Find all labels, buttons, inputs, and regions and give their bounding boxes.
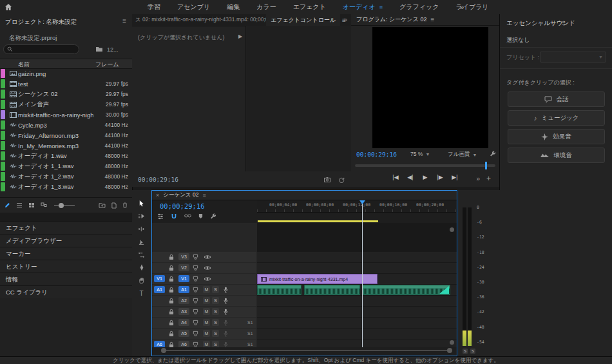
eye-icon[interactable] [204, 254, 211, 260]
lock-icon[interactable] [169, 265, 174, 271]
selection-tool[interactable] [136, 199, 148, 207]
vertical-scrollbar-top-handle[interactable] [450, 227, 454, 232]
solo-button[interactable]: S [212, 308, 219, 315]
workspace-tab-3[interactable]: 編集 [218, 0, 248, 14]
scrollbar-right-handle[interactable] [447, 348, 452, 353]
lock-icon[interactable] [169, 254, 174, 260]
project-item-row[interactable]: In_My_Memories.mp344100 Hz [0, 140, 132, 151]
source-patch-badge[interactable] [154, 297, 165, 304]
export-frame-icon[interactable] [324, 177, 330, 183]
sync-lock-icon[interactable] [193, 320, 198, 325]
mute-button[interactable]: M [203, 341, 210, 347]
list-view-icon[interactable] [16, 202, 23, 208]
mute-button[interactable]: M [203, 286, 210, 293]
lock-icon[interactable] [169, 341, 174, 347]
mic-icon[interactable] [224, 309, 228, 315]
new-bin-icon[interactable] [99, 202, 106, 209]
scrollbar-left-handle[interactable] [161, 348, 166, 353]
track-name-badge[interactable]: A4 [178, 319, 189, 326]
project-item-row[interactable]: オーディオ 1_3.wav48000 Hz [0, 182, 132, 192]
mic-icon[interactable] [224, 287, 228, 293]
ambience-button[interactable]: 環境音 [508, 148, 605, 163]
tab-effects[interactable]: エフェクト [0, 222, 132, 235]
mute-button[interactable]: M [203, 319, 210, 326]
workspace-tab-1[interactable]: 学習 [139, 0, 169, 14]
sync-lock-icon[interactable] [193, 287, 198, 292]
sync-lock-icon[interactable] [193, 330, 198, 336]
lock-icon[interactable] [169, 309, 174, 315]
music-button[interactable]: ♪ミュージック [508, 110, 605, 126]
time-ruler[interactable]: 00;00;04;0000;00;08;0000;00;12;0000;00;1… [257, 200, 456, 213]
hand-tool[interactable] [136, 276, 148, 285]
source-patch-badge[interactable] [154, 319, 165, 326]
panel-menu-icon[interactable]: ≡ [562, 19, 566, 26]
sync-lock-icon[interactable] [193, 254, 198, 260]
project-item-row[interactable]: オーディオ 1_2.wav48000 Hz [0, 171, 132, 182]
tab-info[interactable]: 情報 [0, 273, 132, 286]
workspace-tab-4[interactable]: カラー [248, 0, 284, 14]
workspace-tab-5[interactable]: エフェクト [285, 0, 334, 14]
panel-menu-icon[interactable]: ≡ [202, 192, 206, 198]
tab-cc-libraries[interactable]: CC ライブラリ [0, 286, 132, 299]
pencil-icon[interactable] [5, 202, 10, 208]
track-select-tool[interactable] [136, 212, 148, 220]
project-item-row[interactable]: メイン音声29.97 fps [0, 99, 132, 110]
home-button[interactable] [0, 0, 17, 14]
project-file-name[interactable]: 名称未設定.prproj [9, 34, 57, 43]
panel-menu-icon[interactable]: ≡ [122, 17, 126, 24]
step-back-button[interactable]: ◀| [406, 174, 414, 180]
source-patch-badge[interactable]: A6 [154, 341, 165, 347]
project-item-row[interactable]: オーディオ 1.wav48000 Hz [0, 151, 132, 161]
mic-icon[interactable] [224, 341, 228, 347]
trash-icon[interactable] [122, 202, 128, 209]
program-scr­ubber[interactable] [355, 164, 495, 167]
project-item-row[interactable]: test29.97 fps [0, 79, 132, 89]
track-name-badge[interactable]: A1 [178, 286, 189, 293]
audio-clip[interactable] [257, 285, 301, 295]
go-to-out-button[interactable]: ▶| [451, 174, 459, 180]
project-item-row[interactable]: オーディオ 1_1.wav48000 Hz [0, 161, 132, 171]
horizontal-scrollbar[interactable] [165, 350, 448, 351]
source-patch-badge[interactable]: V1 [154, 275, 165, 282]
tab-history[interactable]: ヒストリー [0, 260, 132, 273]
vertical-scrollbar-bottom-handle[interactable] [450, 340, 454, 345]
eye-icon[interactable] [204, 276, 211, 282]
icon-view-icon[interactable] [28, 202, 35, 208]
source-patch-badge[interactable]: A1 [154, 286, 165, 293]
workspace-tab-6[interactable]: オーディオ≡ [334, 0, 391, 14]
workspace-menu-icon[interactable]: ≡ [379, 4, 383, 10]
meter-solo-button[interactable]: S [463, 349, 468, 354]
button-editor-add-button[interactable]: + [486, 174, 491, 183]
dialogue-button[interactable]: 会話 [508, 91, 605, 107]
snap-icon[interactable] [171, 213, 177, 220]
sequence-settings-icon[interactable] [157, 213, 164, 220]
solo-button[interactable]: S [212, 330, 219, 337]
track-name-badge[interactable]: V3 [178, 253, 189, 260]
tab-media-browser[interactable]: メディアブラウザー [0, 235, 132, 247]
ripple-edit-tool[interactable] [136, 225, 148, 233]
transport-overflow-button[interactable]: » [476, 175, 480, 182]
wrench-icon[interactable] [490, 151, 496, 157]
meter-solo-button[interactable]: S [470, 349, 475, 354]
pen-tool[interactable] [136, 263, 148, 272]
tab-sequence[interactable]: シーケンス 02 [163, 191, 198, 199]
loop-icon[interactable] [338, 177, 345, 183]
playback-quality-select[interactable]: フル画質 ▼ [448, 151, 477, 158]
timeline-playhead[interactable] [362, 200, 363, 347]
track-name-badge[interactable]: A2 [178, 297, 189, 304]
sync-lock-icon[interactable] [193, 298, 198, 303]
slip-tool[interactable] [136, 251, 148, 259]
play-indicator-icon[interactable]: ▶ [238, 34, 242, 39]
timeline-timecode[interactable]: 00;00;29;16 [160, 202, 205, 210]
zoom-slider-knob[interactable] [59, 203, 64, 208]
program-timecode[interactable]: 00;00;29;16 [356, 151, 397, 158]
panel-overflow-icon[interactable]: » [343, 14, 347, 26]
sync-lock-icon[interactable] [193, 276, 198, 282]
source-patch-badge[interactable] [154, 264, 165, 271]
solo-button[interactable]: S [212, 341, 219, 347]
project-item-row[interactable]: Friday_Afternoon.mp344100 Hz [0, 130, 132, 140]
track-name-badge[interactable]: V1 [178, 275, 189, 282]
workspace-tab-7[interactable]: グラフィック [391, 0, 447, 14]
close-icon[interactable]: × [156, 192, 159, 198]
tab-effect-controls[interactable]: エフェクトコントロール [266, 14, 340, 26]
